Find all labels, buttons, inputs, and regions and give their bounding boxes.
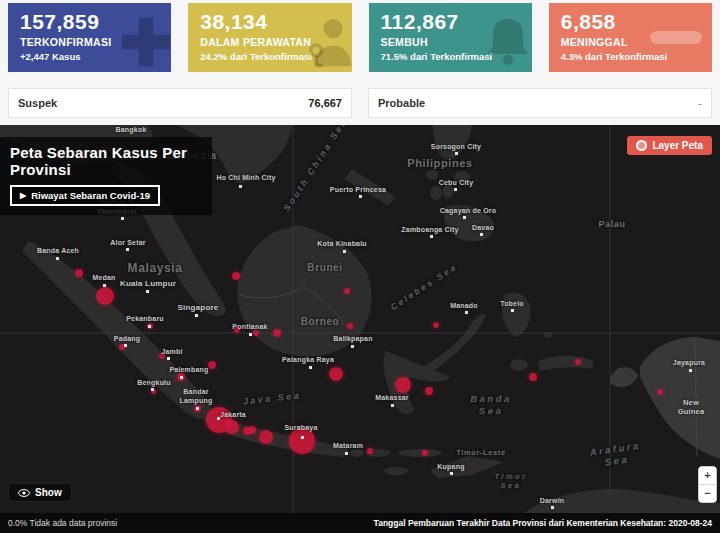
city-dot [359, 195, 362, 198]
city-dot [465, 311, 468, 314]
map-canvas[interactable]: BangkokHo Chi Minh CityNakhon Si Thammar… [0, 125, 720, 513]
city-dot [151, 388, 154, 391]
footer-bar: 0.0% Tidak ada data provinsi Tanggal Pem… [0, 513, 720, 533]
province-case-bubble[interactable] [159, 353, 165, 359]
city-dot [480, 233, 483, 236]
play-icon: ▶ [20, 192, 26, 200]
city-dot [217, 417, 220, 420]
city-dot [126, 248, 129, 251]
city-dot [309, 366, 312, 369]
province-case-bubble[interactable] [75, 269, 83, 277]
deaths-pct: 4.3% dari Terkonfirmasi [561, 51, 700, 62]
medic-icon [298, 13, 352, 71]
city-dot [430, 235, 433, 238]
city-dot [180, 376, 183, 379]
zoom-out-button[interactable]: − [699, 485, 716, 502]
stat-card-dalam-perawatan: 38,134 DALAM PERAWATAN 24.2% dari Terkon… [188, 3, 351, 72]
eye-icon [18, 489, 30, 497]
city-dot [343, 250, 346, 253]
suspek-value: 76,667 [308, 97, 342, 109]
probable-box: Probable - [368, 88, 712, 118]
footer-no-data-note: 0.0% Tidak ada data provinsi [8, 518, 117, 528]
city-dot [301, 436, 304, 439]
history-button[interactable]: ▶ Riwayat Sebaran Covid-19 [10, 185, 160, 206]
stat-cards-row: 157,859 TERKONFIRMASI +2,447 Kasus 38,13… [8, 3, 712, 72]
city-dot [249, 333, 252, 336]
province-case-bubble[interactable] [234, 327, 240, 333]
city-dot [103, 284, 106, 287]
province-case-bubble[interactable] [347, 323, 353, 329]
province-case-bubble[interactable] [344, 288, 350, 294]
city-dot [239, 185, 242, 188]
city-dot [455, 152, 458, 155]
stat-card-sembuh: 112,867 SEMBUH 71.5% dari Terkonfirmasi [369, 3, 532, 72]
layers-icon [636, 140, 647, 151]
province-case-bubble[interactable] [329, 367, 343, 381]
city-dot [148, 325, 151, 328]
secondary-stats-row: Suspek 76,667 Probable - [8, 88, 712, 118]
province-case-bubble[interactable] [395, 377, 411, 393]
province-case-bubble[interactable] [232, 272, 240, 280]
city-dot [124, 344, 127, 347]
province-case-bubble[interactable] [289, 428, 315, 454]
city-dot [196, 407, 199, 410]
city-dot [511, 309, 514, 312]
layer-peta-button[interactable]: Layer Peta [627, 136, 712, 155]
bar-icon [650, 31, 702, 44]
province-case-bubble[interactable] [425, 387, 433, 395]
map-title: Peta Sebaran Kasus Per Provinsi [10, 144, 202, 178]
stat-card-terkonfirmasi: 157,859 TERKONFIRMASI +2,447 Kasus [8, 3, 171, 72]
zoom-in-button[interactable]: + [699, 467, 716, 484]
province-case-bubble[interactable] [96, 287, 114, 305]
deaths-count: 6,858 [561, 11, 700, 33]
city-dot [450, 472, 453, 475]
city-dot [121, 217, 124, 220]
city-dot [195, 314, 198, 317]
city-dot [551, 506, 554, 509]
probable-label: Probable [378, 97, 425, 109]
stat-card-meninggal: 6,858 MENINGGAL 4.3% dari Terkonfirmasi [549, 3, 712, 72]
city-dot [146, 290, 149, 293]
suspek-label: Suspek [18, 97, 57, 109]
city-dot [391, 404, 394, 407]
province-case-bubble[interactable] [422, 450, 428, 456]
city-dot [689, 369, 692, 372]
province-case-bubble[interactable] [253, 330, 259, 336]
city-dot [463, 216, 466, 219]
bell-icon [480, 13, 532, 69]
province-case-bubble[interactable] [208, 361, 216, 369]
show-button[interactable]: Show [8, 483, 72, 502]
city-dot [351, 345, 354, 348]
province-case-bubble[interactable] [273, 329, 281, 337]
city-dot [454, 188, 457, 191]
province-case-bubble[interactable] [433, 322, 439, 328]
zoom-control: + − [698, 466, 717, 503]
province-case-bubble[interactable] [367, 448, 373, 454]
suspek-box: Suspek 76,667 [8, 88, 352, 118]
province-case-bubble[interactable] [575, 359, 581, 365]
province-case-bubble[interactable] [529, 373, 537, 381]
plus-icon [117, 13, 171, 71]
city-dot [56, 257, 59, 260]
province-case-bubble[interactable] [225, 420, 239, 434]
probable-value: - [698, 97, 702, 109]
province-case-bubble[interactable] [259, 430, 273, 444]
footer-update-date: Tanggal Pembaruan Terakhir Data Provinsi… [374, 518, 712, 528]
province-case-bubble[interactable] [248, 426, 256, 434]
map-title-panel: Peta Sebaran Kasus Per Provinsi ▶ Riwaya… [0, 137, 212, 215]
city-dot [167, 357, 170, 360]
province-case-bubble[interactable] [657, 389, 663, 395]
city-dot [345, 452, 348, 455]
